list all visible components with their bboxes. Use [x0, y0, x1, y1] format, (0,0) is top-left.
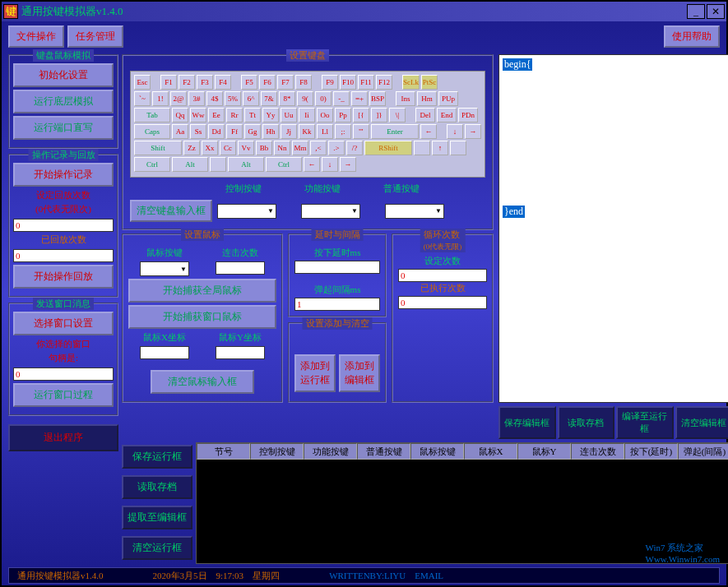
start-record-button[interactable]: 开始操作记录 — [13, 163, 114, 187]
replayed-input[interactable] — [13, 249, 114, 262]
key-Yy[interactable]: Yy — [262, 108, 279, 122]
minimize-button[interactable]: _ — [687, 4, 705, 19]
key-2[interactable]: 2@ — [170, 91, 187, 106]
key-Dd[interactable]: Dd — [208, 124, 225, 139]
key-F4[interactable]: F4 — [215, 75, 231, 90]
key-F6[interactable]: F6 — [259, 75, 276, 90]
file-button[interactable]: 文件操作 — [8, 25, 64, 48]
close-button[interactable]: ✕ — [707, 4, 725, 19]
clear-kb-button[interactable]: 清空键盘输入框 — [130, 200, 212, 222]
key-BSP[interactable]: BSP — [369, 91, 386, 106]
key-[interactable]: ↑ — [432, 141, 448, 155]
key-9[interactable]: 9( — [297, 91, 313, 106]
key-Ww[interactable]: Ww — [190, 108, 206, 122]
key-Cc[interactable]: Cc — [220, 141, 236, 155]
key-F12[interactable]: F12 — [376, 75, 392, 90]
run-window-proc-button[interactable]: 运行窗口过程 — [13, 383, 114, 407]
capture-window-button[interactable]: 开始捕获窗口鼠标 — [128, 305, 276, 329]
key-[interactable]: → — [340, 157, 356, 172]
compile-button[interactable]: 编译至运行框 — [616, 406, 674, 439]
save-run-button[interactable]: 保存运行框 — [122, 445, 192, 469]
release-delay-input[interactable] — [294, 298, 380, 311]
key-Tt[interactable]: Tt — [244, 108, 261, 122]
extract-button[interactable]: 提取至编辑框 — [122, 506, 192, 529]
key-Ctrl[interactable]: Ctrl — [134, 157, 170, 172]
key-[interactable]: -_ — [333, 91, 350, 106]
key-0[interactable]: 0) — [315, 91, 332, 106]
key-Tab[interactable]: Tab — [134, 108, 170, 122]
init-button[interactable]: 初始化设置 — [13, 63, 114, 87]
key-1[interactable]: 1! — [152, 91, 169, 106]
key-6[interactable]: 6^ — [243, 91, 259, 106]
key-Mm[interactable]: Mm — [292, 141, 308, 155]
key-Nn[interactable]: Nn — [274, 141, 290, 155]
save-edit-button[interactable]: 保存编辑框 — [498, 406, 556, 439]
key-[interactable]: `~ — [134, 91, 151, 106]
key-F11[interactable]: F11 — [358, 75, 374, 90]
key-Aa[interactable]: Aa — [172, 124, 188, 139]
norm-key-combo[interactable] — [385, 204, 444, 219]
key-Ff[interactable]: Ff — [226, 124, 243, 139]
key-F1[interactable]: F1 — [160, 75, 177, 90]
key-[interactable]: ]} — [371, 108, 387, 122]
key-Ss[interactable]: Ss — [190, 124, 206, 139]
key-7[interactable]: 7& — [261, 91, 277, 106]
key-5[interactable]: 5% — [225, 91, 241, 106]
key-Vv[interactable]: Vv — [238, 141, 254, 155]
task-button[interactable]: 任务管理 — [67, 25, 123, 48]
key-Shift[interactable]: Shift — [134, 141, 182, 155]
key-Jj[interactable]: Jj — [281, 124, 297, 139]
key-Hh[interactable]: Hh — [262, 124, 279, 139]
key-[interactable] — [450, 141, 466, 155]
key-Alt[interactable]: Alt — [228, 157, 264, 172]
add-to-run-button[interactable]: 添加到运行框 — [294, 354, 336, 392]
key-RShift[interactable]: RShift — [364, 141, 412, 155]
key-Esc[interactable]: Esc — [134, 75, 151, 90]
key-Xx[interactable]: Xx — [202, 141, 218, 155]
clear-edit-button[interactable]: 清空编辑框 — [675, 406, 729, 439]
key-[interactable]: \| — [389, 108, 406, 122]
key-Gg[interactable]: Gg — [244, 124, 261, 139]
key-[interactable]: ↓ — [447, 124, 463, 139]
select-window-button[interactable]: 选择窗口设置 — [13, 312, 114, 335]
ctrl-key-combo[interactable] — [217, 204, 276, 219]
key-F5[interactable]: F5 — [241, 75, 257, 90]
key-Oo[interactable]: Oo — [317, 108, 333, 122]
key-Hm[interactable]: Hm — [417, 91, 437, 106]
load-archive-button[interactable]: 读取存档 — [558, 406, 615, 439]
key-[interactable]: ← — [420, 124, 437, 139]
mouse-y-input[interactable] — [216, 346, 265, 359]
press-delay-input[interactable] — [294, 261, 380, 274]
key-4[interactable]: 4$ — [206, 91, 223, 106]
key-F2[interactable]: F2 — [179, 75, 195, 90]
key-F9[interactable]: F9 — [322, 75, 338, 90]
load-run-button[interactable]: 读取存档 — [122, 475, 192, 499]
key-Rr[interactable]: Rr — [226, 108, 243, 122]
loop-done-input[interactable] — [398, 296, 487, 309]
key-Bb[interactable]: Bb — [256, 141, 272, 155]
key-[interactable]: ,< — [310, 141, 327, 155]
key-[interactable]: =+ — [351, 91, 368, 106]
key-[interactable]: ;: — [335, 124, 351, 139]
key-PDn[interactable]: PDn — [458, 108, 478, 122]
click-count-input[interactable] — [216, 261, 265, 275]
handle-input[interactable] — [13, 367, 114, 381]
key-PtSc[interactable]: PtSc — [421, 75, 438, 90]
key-F10[interactable]: F10 — [340, 75, 356, 90]
key-3[interactable]: 3# — [188, 91, 205, 106]
key-Ins[interactable]: Ins — [396, 91, 415, 106]
key-[interactable]: → — [465, 124, 481, 139]
key-Enter[interactable]: Enter — [371, 124, 419, 139]
run-port-button[interactable]: 运行端口直写 — [13, 116, 114, 140]
key-[interactable]: /? — [346, 141, 363, 155]
run-lowlevel-button[interactable]: 运行底层模拟 — [13, 90, 114, 113]
clear-run-button[interactable]: 清空运行框 — [122, 536, 192, 560]
func-key-combo[interactable] — [301, 204, 360, 219]
key-Qq[interactable]: Qq — [172, 108, 188, 122]
mouse-x-input[interactable] — [140, 346, 189, 359]
replay-count-input[interactable] — [13, 219, 114, 232]
help-button[interactable]: 使用帮助 — [664, 25, 720, 48]
key-[interactable]: ↓ — [322, 157, 338, 172]
key-F7[interactable]: F7 — [277, 75, 294, 90]
start-playback-button[interactable]: 开始操作回放 — [13, 265, 114, 289]
